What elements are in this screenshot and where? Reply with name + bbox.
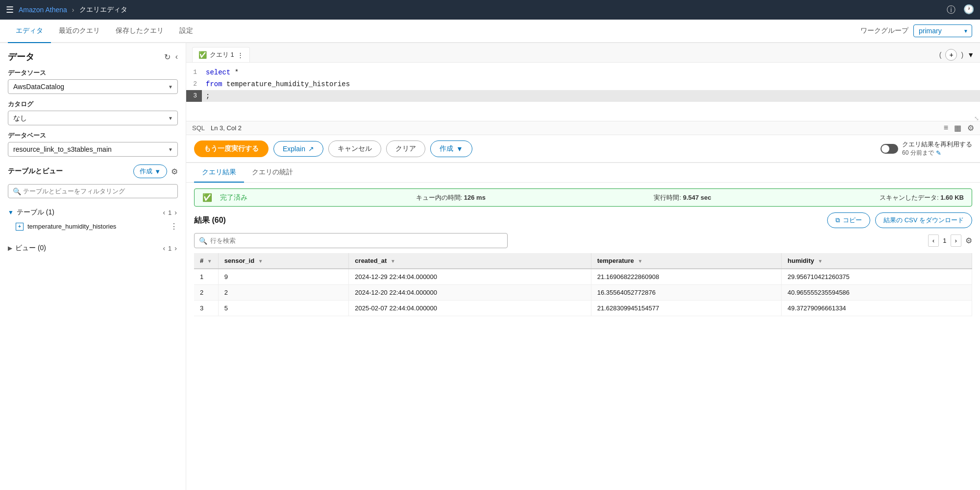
action-bar: もう一度実行する Explain ↗ キャンセル クリア 作成 ▼ クエリ結果を… (186, 135, 980, 163)
datasource-select[interactable]: AwsDataCatalog (8, 79, 178, 94)
status-label: 完了済み (220, 193, 247, 202)
catalog-select[interactable]: なし (8, 111, 178, 125)
cell-created-at: 2025-02-07 22:44:04.000000 (349, 301, 591, 316)
col-header-created-at[interactable]: created_at ▼ (349, 253, 591, 269)
table-row: 3 5 2025-02-07 22:44:04.000000 21.628309… (194, 301, 972, 316)
query-tab-menu-icon[interactable]: ⋮ (237, 51, 244, 59)
catalog-dropdown-wrapper: なし (8, 111, 178, 125)
breadcrumb-separator: › (72, 6, 74, 14)
sidebar-header: データ ↻ ‹ (8, 51, 178, 63)
database-select[interactable]: resource_link_to_s3tables_main (8, 142, 178, 157)
create-table-button[interactable]: 作成 ▼ (133, 164, 167, 178)
code-editor[interactable]: 1 select * 2 from temperature_humidity_h… (186, 63, 980, 121)
run-again-button[interactable]: もう一度実行する (194, 140, 269, 157)
tab-settings[interactable]: 設定 (172, 20, 201, 43)
grid-icon[interactable]: ▦ (954, 123, 961, 133)
reuse-text-area: クエリ結果を再利用する 60 分前まで ✎ (902, 140, 972, 157)
views-label: ビュー (0) (15, 244, 46, 253)
col-header-temperature[interactable]: temperature ▼ (591, 253, 782, 269)
table-row: 1 9 2024-12-29 22:44:04.000000 21.169068… (194, 269, 972, 285)
workgroup-area: ワークグループ primary (860, 24, 972, 37)
row-search-wrapper: 🔍 (194, 233, 508, 248)
format-icon[interactable]: ≡ (944, 123, 948, 133)
row-search-input[interactable] (194, 233, 508, 248)
pagination-next-button[interactable]: › (951, 234, 961, 247)
pagination-prev-button[interactable]: ‹ (928, 234, 939, 247)
clear-button[interactable]: クリア (386, 140, 425, 157)
copy-icon: ⧉ (835, 216, 840, 224)
workgroup-select[interactable]: primary (913, 24, 972, 37)
tab-add-icon[interactable]: ( (939, 51, 942, 59)
col-header-sensor-id[interactable]: sensor_id ▼ (218, 253, 349, 269)
col-header-humidity[interactable]: humidity ▼ (782, 253, 972, 269)
views-section: ▶ ビュー (0) ‹ 1 › (8, 242, 178, 255)
tab-saved-queries[interactable]: 保存したクエリ (108, 20, 172, 43)
cell-created-at: 2024-12-29 22:44:04.000000 (349, 269, 591, 285)
views-next-button[interactable]: › (173, 244, 178, 252)
tab-dropdown-icon[interactable]: ) (961, 51, 963, 59)
line-content-3: ; (202, 90, 980, 102)
results-actions: ⧉ コピー 結果の CSV をダウンロード (827, 212, 972, 228)
datasource-dropdown-wrapper: AwsDataCatalog (8, 79, 178, 94)
resize-handle[interactable]: ⤡ (974, 115, 980, 121)
table-menu-icon[interactable]: ⋮ (170, 222, 178, 231)
tab-recent-queries[interactable]: 最近のクエリ (51, 20, 108, 43)
download-csv-button[interactable]: 結果の CSV をダウンロード (875, 212, 972, 228)
collapse-icon[interactable]: ‹ (175, 52, 178, 61)
search-row: 🔍 ‹ 1 › ⚙ (194, 233, 972, 248)
tables-tree-header[interactable]: ▼ テーブル (1) ‹ 1 › (8, 206, 178, 219)
page-number: 1 (943, 237, 946, 244)
views-expand-icon: ▶ (8, 245, 12, 252)
table-settings-icon[interactable]: ⚙ (965, 236, 972, 245)
workgroup-label: ワークグループ (860, 26, 908, 35)
create-button[interactable]: 作成 ▼ (430, 140, 472, 157)
clock-icon[interactable]: 🕐 (963, 4, 974, 16)
cancel-button[interactable]: キャンセル (328, 140, 381, 157)
tables-gear-button[interactable]: ⚙ (171, 167, 178, 176)
reuse-toggle[interactable] (881, 144, 898, 154)
copy-button[interactable]: ⧉ コピー (827, 212, 870, 228)
table-item-left: + temperature_humidity_histories (16, 223, 116, 231)
catalog-label: カタログ (8, 100, 178, 109)
tables-pagination: ‹ 1 › (162, 209, 178, 216)
tables-next-button[interactable]: › (173, 209, 178, 216)
table-header: # ▼ sensor_id ▼ created_at ▼ temperature… (194, 253, 972, 269)
tab-more-icon[interactable]: ▼ (967, 51, 974, 59)
page-title: クエリエディタ (79, 5, 127, 14)
tables-page-num: 1 (168, 209, 172, 216)
views-tree-header[interactable]: ▶ ビュー (0) ‹ 1 › (8, 242, 178, 255)
menu-icon[interactable]: ☰ (6, 4, 14, 15)
settings-icon[interactable]: ⚙ (967, 123, 974, 133)
explain-label: Explain (283, 145, 305, 153)
tables-views-header: テーブルとビュー 作成 ▼ ⚙ (8, 164, 178, 178)
brand-link[interactable]: Amazon Athena (19, 6, 67, 14)
tab-query-results[interactable]: クエリ結果 (194, 163, 244, 183)
refresh-icon[interactable]: ↻ (164, 52, 171, 62)
tab-query-stats[interactable]: クエリの統計 (244, 163, 301, 183)
table-icon: + (16, 223, 24, 231)
cell-sensor-id: 2 (218, 285, 349, 301)
views-header-left: ▶ ビュー (0) (8, 244, 46, 253)
cell-humidity: 29.956710421260375 (782, 269, 972, 285)
table-name[interactable]: temperature_humidity_histories (27, 223, 116, 230)
cell-created-at: 2024-12-20 22:44:04.000000 (349, 285, 591, 301)
query-panel: ✅ クエリ 1 ⋮ ( + ) ▼ 1 select * 2 (186, 43, 980, 163)
scanned-data-stat: スキャンしたデータ: 1.60 KB (880, 193, 964, 202)
tables-prev-button[interactable]: ‹ (162, 209, 166, 216)
query-tab-bar: ✅ クエリ 1 ⋮ ( + ) ▼ (186, 43, 980, 63)
table-body: 1 9 2024-12-29 22:44:04.000000 21.169068… (194, 269, 972, 316)
info-icon[interactable]: ⓘ (947, 4, 956, 16)
cell-temperature: 16.35564052772876 (591, 285, 782, 301)
edit-icon[interactable]: ✎ (936, 149, 941, 157)
tables-header-left: ▼ テーブル (1) (8, 208, 54, 217)
query-tab-1[interactable]: ✅ クエリ 1 ⋮ (192, 47, 250, 62)
tab-plus-button[interactable]: + (945, 49, 957, 61)
col-header-hash[interactable]: # ▼ (194, 253, 218, 269)
queue-time-stat: キュー内の時間: 126 ms (416, 193, 486, 202)
tab-editor[interactable]: エディタ (8, 20, 51, 43)
cell-num: 2 (194, 285, 218, 301)
cell-sensor-id: 9 (218, 269, 349, 285)
filter-input[interactable] (8, 184, 178, 198)
views-prev-button[interactable]: ‹ (162, 244, 166, 252)
explain-button[interactable]: Explain ↗ (273, 141, 323, 157)
